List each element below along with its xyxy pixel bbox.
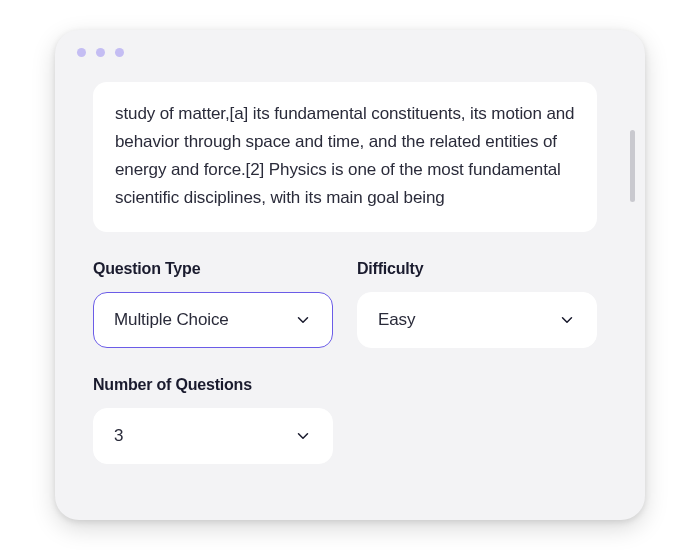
num-questions-select[interactable]: 3 bbox=[93, 408, 333, 464]
chevron-down-icon bbox=[294, 427, 312, 445]
difficulty-group: Difficulty Easy bbox=[357, 260, 597, 348]
question-type-group: Question Type Multiple Choice bbox=[93, 260, 333, 348]
question-type-label: Question Type bbox=[93, 260, 333, 278]
content-area: study of matter,[a] its fundamental cons… bbox=[55, 74, 645, 520]
source-text-card: study of matter,[a] its fundamental cons… bbox=[93, 82, 597, 232]
num-questions-group: Number of Questions 3 bbox=[93, 376, 333, 464]
difficulty-select[interactable]: Easy bbox=[357, 292, 597, 348]
difficulty-label: Difficulty bbox=[357, 260, 597, 278]
titlebar bbox=[55, 30, 645, 74]
window-control-dot[interactable] bbox=[96, 48, 105, 57]
form-row: Number of Questions 3 bbox=[93, 376, 597, 464]
source-text: study of matter,[a] its fundamental cons… bbox=[115, 100, 575, 212]
question-type-select[interactable]: Multiple Choice bbox=[93, 292, 333, 348]
difficulty-value: Easy bbox=[378, 310, 415, 330]
chevron-down-icon bbox=[558, 311, 576, 329]
num-questions-label: Number of Questions bbox=[93, 376, 333, 394]
app-window: study of matter,[a] its fundamental cons… bbox=[55, 30, 645, 520]
window-control-dot[interactable] bbox=[77, 48, 86, 57]
chevron-down-icon bbox=[294, 311, 312, 329]
num-questions-value: 3 bbox=[114, 426, 123, 446]
window-control-dot[interactable] bbox=[115, 48, 124, 57]
form-row: Question Type Multiple Choice Difficulty… bbox=[93, 260, 597, 348]
question-type-value: Multiple Choice bbox=[114, 310, 229, 330]
scrollbar-thumb[interactable] bbox=[630, 130, 635, 202]
